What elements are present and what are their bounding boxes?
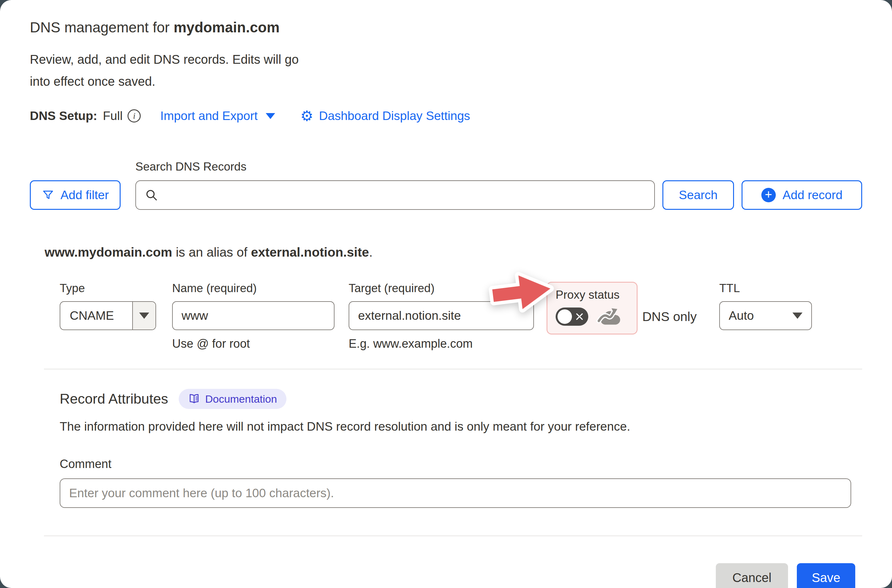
save-button[interactable]: Save	[797, 563, 855, 588]
dns-setup-value: Full	[103, 109, 123, 123]
record-attributes-header: Record Attributes Documentation	[60, 389, 862, 409]
type-label: Type	[60, 282, 156, 296]
add-filter-button[interactable]: Add filter	[30, 180, 121, 210]
info-icon[interactable]: i	[127, 109, 141, 123]
proxy-controls	[556, 307, 628, 326]
gear-icon[interactable]: ⚙	[300, 109, 313, 123]
alias-middle: is an alias of	[172, 245, 251, 260]
footer-divider	[44, 536, 862, 536]
search-label: Search DNS Records	[135, 160, 655, 173]
section-divider	[44, 369, 862, 369]
page-title-prefix: DNS management for	[30, 19, 174, 36]
dns-only-cloud-icon	[597, 307, 622, 326]
red-callout-arrow	[486, 262, 558, 322]
ttl-label: TTL	[719, 282, 812, 296]
proxy-status-text: DNS only	[642, 282, 707, 324]
comment-label: Comment	[60, 458, 862, 471]
name-helper-text: Use @ for root	[172, 337, 334, 351]
proxy-toggle[interactable]	[556, 308, 588, 326]
alias-host: www.mydomain.com	[45, 245, 172, 260]
cancel-button[interactable]: Cancel	[716, 563, 788, 588]
alias-target: external.notion.site	[251, 245, 369, 260]
add-filter-label: Add filter	[61, 188, 109, 202]
type-select[interactable]: CNAME	[60, 301, 156, 330]
dns-management-panel: DNS management for mydomain.com Review, …	[0, 0, 892, 588]
comment-input[interactable]	[60, 479, 850, 507]
type-select-value: CNAME	[60, 309, 132, 322]
subtitle-line-2: into effect once saved.	[30, 70, 862, 92]
import-export-link[interactable]: Import and Export	[160, 109, 258, 123]
dns-setup-row: DNS Setup: Full i Import and Export ⚙ Da…	[30, 109, 862, 123]
ttl-select[interactable]: Auto	[719, 301, 812, 330]
ttl-field-group: TTL Auto	[719, 282, 812, 330]
add-record-label: Add record	[783, 188, 843, 202]
proxy-status-highlight-box: Proxy status	[547, 282, 637, 334]
alias-sentence: www.mydomain.com is an alias of external…	[45, 245, 862, 260]
ttl-select-value: Auto	[729, 309, 754, 322]
dns-setup-label: DNS Setup:	[30, 109, 97, 123]
plus-icon: +	[762, 188, 776, 202]
type-field-group: Type CNAME	[60, 282, 156, 330]
record-form-row: Type CNAME Name (required) Use @ for roo…	[60, 282, 862, 351]
subtitle-line-1: Review, add, and edit DNS records. Edits…	[30, 48, 862, 70]
chevron-down-icon[interactable]	[266, 113, 275, 119]
name-input[interactable]	[173, 302, 334, 330]
page-title: DNS management for mydomain.com	[30, 19, 862, 36]
comment-input-container	[60, 478, 851, 508]
proxy-status-label: Proxy status	[556, 288, 628, 302]
search-field-group: Search DNS Records	[135, 160, 655, 210]
record-attributes-heading: Record Attributes	[60, 391, 168, 407]
name-input-container	[172, 301, 334, 330]
search-input[interactable]	[158, 181, 645, 209]
documentation-badge-label: Documentation	[205, 393, 277, 405]
footer-actions: Cancel Save	[30, 563, 855, 588]
filter-funnel-icon	[42, 189, 54, 201]
page-title-domain: mydomain.com	[174, 19, 280, 36]
add-record-button[interactable]: + Add record	[742, 180, 862, 210]
proxy-toggle-knob	[558, 309, 572, 324]
name-field-group: Name (required) Use @ for root	[172, 282, 334, 351]
page-subtitle: Review, add, and edit DNS records. Edits…	[30, 48, 862, 92]
chevron-down-icon	[139, 312, 149, 319]
search-icon	[145, 188, 158, 202]
documentation-badge[interactable]: Documentation	[179, 389, 286, 409]
record-attributes-description: The information provided here will not i…	[60, 420, 862, 434]
search-row: Add filter Search DNS Records Search + A…	[30, 160, 862, 210]
alias-period: .	[369, 245, 372, 260]
type-select-caret-segment[interactable]	[133, 302, 156, 330]
dashboard-display-settings-link[interactable]: Dashboard Display Settings	[319, 109, 470, 123]
search-button[interactable]: Search	[663, 180, 734, 210]
search-input-container	[135, 180, 655, 210]
name-label: Name (required)	[172, 282, 334, 296]
book-icon	[188, 393, 200, 405]
chevron-down-icon	[792, 312, 802, 319]
search-button-label: Search	[679, 188, 718, 202]
target-helper-text: E.g. www.example.com	[349, 337, 534, 351]
toggle-off-x-icon	[575, 312, 584, 321]
